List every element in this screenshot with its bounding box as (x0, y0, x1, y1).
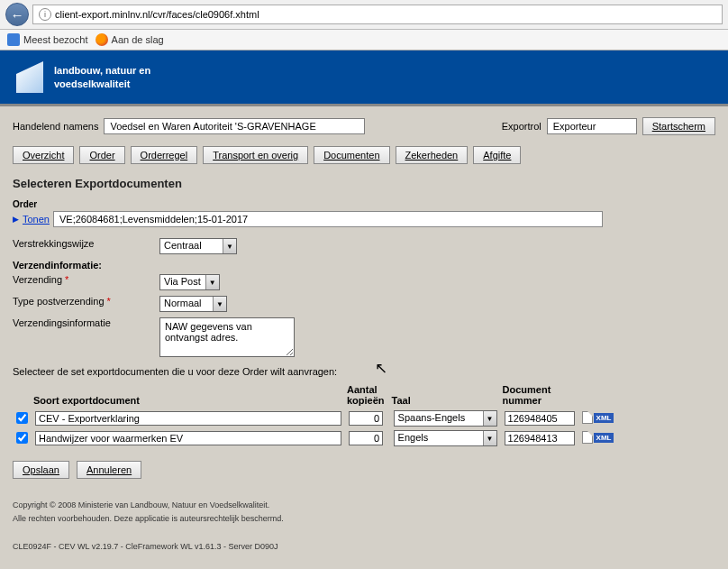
verstrek-label: Verstrekkingswijze (13, 238, 152, 249)
context-row: Handelend namens Voedsel en Waren Autori… (13, 117, 715, 135)
chevron-down-icon: ▼ (213, 297, 226, 311)
most-visited-icon (7, 33, 20, 46)
order-section-label: Order (13, 199, 715, 209)
firefox-icon (96, 33, 108, 46)
footer-version: CLE0924F - CEV WL v2.19.7 - CleFramework… (13, 540, 715, 554)
tab-transport[interactable]: Transport en overig (203, 146, 308, 164)
row-checkbox[interactable] (16, 412, 28, 424)
tab-orderregel[interactable]: Orderregel (131, 146, 198, 164)
verzendinfo-row: Verzendingsinformatie NAW gegevens van o… (13, 317, 715, 357)
nav-tabs: Overzicht Order Orderregel Transport en … (13, 146, 715, 164)
handelend-label: Handelend namens (13, 121, 98, 132)
page-content: Handelend namens Voedsel en Waren Autori… (0, 104, 728, 564)
verstrekkingswijze-row: Verstrekkingswijze Centraal ▼ (13, 238, 715, 254)
document-icon (582, 411, 593, 424)
table-row: Handwijzer voor waarmerken EV 0 Engels▼ … (13, 428, 617, 448)
exportrol-value: Exporteur (547, 118, 637, 134)
expand-icon[interactable]: ▶ (13, 215, 19, 224)
tonen-link[interactable]: Tonen (23, 214, 50, 225)
order-value: VE;26084681;Levensmiddelen;15-01-2017 (53, 211, 603, 227)
lang-value: Engels (394, 430, 497, 446)
tab-overzicht[interactable]: Overzicht (13, 146, 74, 164)
chevron-down-icon: ▼ (483, 431, 496, 445)
bookmark-label: Aan de slag (112, 34, 164, 45)
startscherm-button[interactable]: Startscherm (642, 117, 715, 135)
instruction-text: Selecteer de set exportdocumenten die u … (13, 366, 715, 377)
tab-zekerheden[interactable]: Zekerheden (396, 146, 469, 164)
col-soort: Soort exportdocument (32, 382, 345, 408)
opslaan-button[interactable]: Opslaan (13, 461, 69, 479)
bookmark-getting-started[interactable]: Aan de slag (96, 33, 164, 46)
col-aantal: Aantalkopieën (345, 382, 390, 408)
lang-value: Spaans-Engels (394, 410, 497, 427)
url-input[interactable]: i client-export.minlnv.nl/cvr/faces/cle0… (32, 5, 723, 24)
annuleren-button[interactable]: Annuleren (77, 461, 141, 479)
verstrek-select[interactable]: Centraal ▼ (159, 238, 237, 254)
col-taal: Taal (390, 382, 501, 408)
page-footer: Copyright © 2008 Ministerie van Landbouw… (13, 499, 715, 554)
lang-select[interactable]: Spaans-Engels▼ (394, 410, 497, 427)
site-banner: landbouw, natuur en voedselkwaliteit (0, 50, 728, 104)
tab-documenten[interactable]: Documenten (314, 146, 389, 164)
banner-text: landbouw, natuur en voedselkwaliteit (54, 64, 150, 90)
document-icon (582, 431, 593, 444)
verzending-label: Verzending * (13, 274, 152, 285)
exportrol-label: Exportrol (502, 121, 541, 132)
doc-name[interactable]: Handwijzer voor waarmerken EV (35, 431, 341, 445)
verzendinfo-textarea[interactable]: NAW gegevens van ontvangst adres. (159, 317, 295, 357)
verzending-row: Verzending * Via Post ▼ (13, 274, 715, 290)
chevron-down-icon: ▼ (483, 411, 496, 426)
banner-line1: landbouw, natuur en (54, 64, 150, 77)
url-text: client-export.minlnv.nl/cvr/faces/cle090… (55, 9, 259, 20)
tab-order[interactable]: Order (79, 146, 124, 164)
documents-table: Soort exportdocument Aantalkopieën Taal … (13, 382, 617, 448)
bookmarks-bar: Meest bezocht Aan de slag (0, 30, 728, 50)
banner-line2: voedselkwaliteit (54, 78, 150, 90)
chevron-down-icon: ▼ (223, 239, 236, 253)
verzendinfo-label: Verzendingsinformatie (13, 317, 152, 328)
ministry-logo (16, 61, 43, 93)
xml-badge: XML (594, 413, 614, 423)
tab-afgifte[interactable]: Afgifte (473, 146, 521, 164)
back-button[interactable]: ← (5, 3, 29, 26)
typepost-label: Type postverzending * (13, 296, 152, 307)
docnum: 126948405 (505, 411, 575, 426)
doc-name[interactable]: CEV - Exportverklaring (35, 411, 341, 426)
xml-link[interactable]: XML (582, 431, 614, 444)
verzending-select[interactable]: Via Post ▼ (159, 274, 220, 290)
verzendinfo-heading: Verzendinformatie: (13, 260, 715, 271)
table-row: CEV - Exportverklaring 0 Spaans-Engels▼ … (13, 408, 617, 428)
lang-select[interactable]: Engels▼ (394, 430, 497, 446)
xml-link[interactable]: XML (582, 411, 614, 424)
docnum: 126948413 (505, 431, 575, 445)
col-docnum: Documentnummer (501, 382, 578, 408)
typepost-select[interactable]: Normaal ▼ (159, 296, 227, 312)
order-row: ▶ Tonen VE;26084681;Levensmiddelen;15-01… (13, 211, 715, 227)
page-title: Selecteren Exportdocumenten (13, 177, 715, 190)
info-icon: i (39, 8, 51, 21)
bookmark-most-visited[interactable]: Meest bezocht (7, 33, 88, 46)
bookmark-label: Meest bezocht (23, 34, 88, 45)
browser-chrome: ← i client-export.minlnv.nl/cvr/faces/cl… (0, 0, 728, 50)
row-checkbox[interactable] (16, 432, 28, 444)
handelend-value: Voedsel en Waren Autoriteit 'S-GRAVENHAG… (104, 118, 365, 134)
copies-input[interactable]: 0 (349, 431, 383, 445)
footer-copyright: Copyright © 2008 Ministerie van Landbouw… (13, 499, 715, 512)
url-bar: ← i client-export.minlnv.nl/cvr/faces/cl… (0, 0, 728, 30)
action-buttons: Opslaan Annuleren (13, 461, 715, 479)
footer-rights: Alle rechten voorbehouden. Deze applicat… (13, 512, 715, 526)
typepost-row: Type postverzending * Normaal ▼ (13, 296, 715, 312)
copies-input[interactable]: 0 (349, 411, 383, 426)
chevron-down-icon: ▼ (205, 275, 219, 289)
xml-badge: XML (594, 433, 614, 443)
